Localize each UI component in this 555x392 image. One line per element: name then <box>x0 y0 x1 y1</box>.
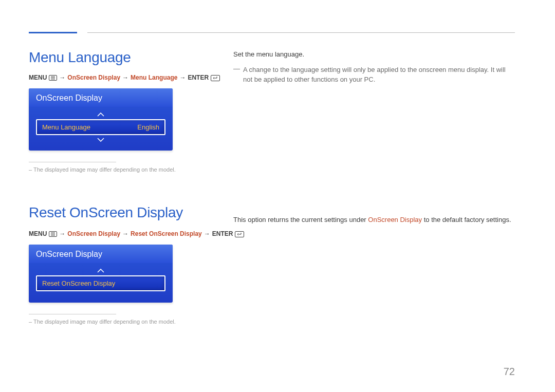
chevron-up-icon[interactable] <box>36 266 165 275</box>
document-page: Menu Language MENU → OnScreen Display → … <box>0 0 555 392</box>
osd-row-label: Menu Language <box>42 123 90 131</box>
breadcrumb-enter-label: ENTER <box>212 230 233 237</box>
breadcrumb-arrow: → <box>204 230 210 237</box>
menu-icon <box>49 230 57 237</box>
breadcrumb-arrow: → <box>122 230 128 237</box>
osd-row-label: Reset OnScreen Display <box>42 279 115 287</box>
description-reset-onscreen: This option returns the current settings… <box>233 215 515 225</box>
breadcrumb-segment: Reset OnScreen Display <box>131 230 202 237</box>
page-number: 72 <box>504 366 515 378</box>
enter-icon <box>235 230 244 237</box>
note-text: A change to the language setting will on… <box>243 65 515 85</box>
footnote-rule <box>29 314 116 314</box>
osd-panel-menu-language: OnScreen Display Menu Language English <box>29 88 173 151</box>
breadcrumb-arrow: → <box>59 230 65 237</box>
chevron-down-icon[interactable] <box>36 135 165 144</box>
osd-row-menu-language[interactable]: Menu Language English <box>36 119 165 135</box>
header-rule <box>87 32 515 33</box>
breadcrumb-enter-label: ENTER <box>188 74 209 81</box>
header-rule-accent <box>29 32 77 33</box>
breadcrumb-menu-label: MENU <box>29 230 47 237</box>
footnote-rule <box>29 162 116 162</box>
osd-title: OnScreen Display <box>29 245 173 263</box>
osd-title: OnScreen Display <box>29 88 173 107</box>
breadcrumb-menu-label: MENU <box>29 74 47 81</box>
menu-icon <box>49 74 57 81</box>
description-para: Set the menu language. <box>233 49 515 60</box>
description-para-post: to the default factory settings. <box>422 216 511 223</box>
breadcrumb-segment: OnScreen Display <box>67 74 120 81</box>
osd-row-reset-onscreen[interactable]: Reset OnScreen Display <box>36 275 165 291</box>
page-content: Menu Language MENU → OnScreen Display → … <box>29 49 515 392</box>
left-column: Menu Language MENU → OnScreen Display → … <box>29 49 515 325</box>
breadcrumb-segment: Menu Language <box>131 74 177 81</box>
breadcrumb-arrow: → <box>59 74 65 81</box>
osd-row-value: English <box>137 123 159 131</box>
breadcrumb-arrow: → <box>122 74 128 81</box>
enter-icon <box>211 74 220 81</box>
description-note: ― A change to the language setting will … <box>233 65 515 85</box>
footnote-text: The displayed image may differ depending… <box>29 166 515 173</box>
breadcrumb-arrow: → <box>179 74 186 81</box>
breadcrumb-reset-onscreen: MENU → OnScreen Display → Reset OnScreen… <box>29 230 515 237</box>
footnote-text: The displayed image may differ depending… <box>29 319 515 325</box>
osd-panel-reset-onscreen: OnScreen Display Reset OnScreen Display <box>29 245 173 303</box>
osd-body: Menu Language English <box>29 107 173 151</box>
osd-body: Reset OnScreen Display <box>29 263 173 303</box>
description-menu-language: Set the menu language. ― A change to the… <box>233 49 515 85</box>
description-para-highlight: OnScreen Display <box>368 216 422 223</box>
breadcrumb-segment: OnScreen Display <box>67 230 120 237</box>
description-para: This option returns the current settings… <box>233 215 515 225</box>
chevron-up-icon[interactable] <box>36 110 165 119</box>
description-para-pre: This option returns the current settings… <box>233 216 368 223</box>
note-dash-icon: ― <box>233 65 240 85</box>
